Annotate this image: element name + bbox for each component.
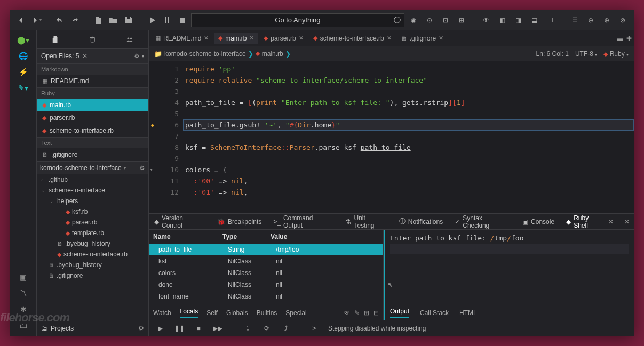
activity-globe-icon[interactable]: 🌐 — [14, 49, 33, 63]
col-name[interactable]: Name — [153, 233, 222, 240]
code-line[interactable]: ksf = SchemeToInterface::Parser.parse_ks… — [183, 142, 634, 153]
bottom-tab[interactable]: ◆Version Control — [153, 212, 206, 231]
code-line[interactable] — [183, 86, 634, 97]
code-line[interactable] — [183, 131, 634, 142]
minimize-button[interactable]: ⊖ — [584, 13, 598, 27]
bottom-tab[interactable]: ⚗Unit Testing — [344, 212, 388, 231]
sidebar-tab-collab-icon[interactable] — [123, 33, 137, 46]
save-button[interactable] — [122, 13, 136, 27]
code-line[interactable]: path_to_file.gsub! '~', "#{Dir.home}" — [183, 119, 634, 131]
bc-lncol[interactable]: Ln: 6 Col: 1 — [536, 50, 569, 58]
edit-icon[interactable]: ✎ — [354, 309, 360, 317]
project-tree-header[interactable]: komodo-scheme-to-interface ▾ ⚙ — [37, 161, 148, 174]
code-line[interactable]: require_relative "scheme-to-interface/sc… — [183, 75, 634, 86]
open-file-item[interactable]: ◆parser.rb — [37, 111, 148, 124]
bc-project[interactable]: komodo-scheme-to-interface — [164, 50, 246, 58]
record-macro-button[interactable]: ◉ — [407, 13, 420, 27]
open-file-item[interactable]: ▦README.md — [37, 75, 148, 87]
debug-fastfwd-icon[interactable]: ▶▶ — [211, 321, 225, 335]
activity-flash-icon[interactable]: ⚡ — [14, 65, 33, 79]
editor-tab[interactable]: 🗎.gitignore✕ — [397, 33, 448, 44]
editor-tab[interactable]: ◆main.rb✕ — [214, 33, 258, 44]
open-folder-button[interactable] — [107, 13, 120, 27]
shell-footer-tab[interactable]: Output — [390, 308, 409, 318]
line-number[interactable]: 6 — [158, 119, 179, 131]
tree-file[interactable]: 🗎.byebug_history — [37, 238, 148, 249]
tree-file[interactable]: ◆scheme-to-interface.rb — [37, 249, 148, 260]
close-icon[interactable]: ✕ — [608, 218, 614, 226]
line-number[interactable]: 10 — [158, 164, 179, 175]
sidebar-tab-files-icon[interactable] — [49, 33, 62, 46]
sidebar-tab-db-icon[interactable] — [85, 33, 99, 46]
bottom-tab[interactable]: >_Command Output — [272, 212, 335, 231]
add-icon[interactable]: ⊞ — [364, 309, 369, 317]
open-file-item[interactable]: ◆main.rb — [37, 99, 148, 111]
line-number[interactable]: 8 — [158, 142, 179, 153]
play-macro-button[interactable]: ⊙ — [423, 13, 436, 27]
debug-stop-icon[interactable]: ■ — [192, 321, 205, 335]
editor-tab[interactable]: ▦README.md✕ — [151, 33, 213, 44]
close-tab-icon[interactable]: ✕ — [204, 35, 209, 42]
debug-pause-icon[interactable]: ❚❚ — [172, 321, 186, 335]
bc-lang[interactable]: ◆ Ruby ▾ — [603, 50, 629, 58]
line-number[interactable]: 5 — [158, 108, 179, 119]
bottom-tab[interactable]: 🐞Breakpoints — [216, 216, 263, 228]
editor-tab[interactable]: ◆scheme-to-interface.rb✕ — [309, 33, 396, 44]
locals-footer-tab[interactable]: Globals — [226, 309, 248, 317]
eye-icon[interactable]: 👁 — [344, 309, 350, 317]
debug-play-icon[interactable]: ▶ — [153, 321, 167, 335]
maximize-button[interactable]: ⊕ — [600, 13, 614, 27]
tree-folder[interactable]: ⌄scheme-to-interface — [37, 185, 148, 196]
macro-options-button[interactable]: ⊡ — [439, 13, 452, 27]
line-number[interactable]: 9 — [158, 153, 179, 164]
bc-file[interactable]: main.rb — [262, 50, 283, 58]
activity-paint-icon[interactable]: ✎▾ — [14, 81, 33, 95]
panel-full-icon[interactable]: ☐ — [543, 13, 557, 27]
close-tab-icon[interactable]: ✕ — [299, 35, 304, 42]
locals-row[interactable]: font_nameNilClassnil — [149, 291, 383, 302]
tree-folder[interactable]: ›.github — [37, 174, 148, 185]
save-macro-button[interactable]: ⊞ — [455, 13, 468, 27]
close-tab-icon[interactable]: ✕ — [439, 35, 443, 42]
activity-graph-icon[interactable]: 〽 — [14, 286, 33, 301]
bottom-tab[interactable]: ⓘNotifications — [398, 215, 444, 228]
code-line[interactable]: path_to_file = [(print "Enter path to ks… — [183, 97, 634, 108]
undo-button[interactable] — [53, 13, 66, 27]
close-tab-icon[interactable]: ✕ — [249, 35, 254, 42]
panel-left-icon[interactable]: ◧ — [495, 13, 509, 27]
panel-right-icon[interactable]: ◨ — [511, 13, 525, 27]
forward-button[interactable]: ▾ — [30, 13, 43, 27]
play-button[interactable] — [145, 13, 158, 27]
gear-icon[interactable]: ⚙ — [134, 52, 140, 60]
locals-row[interactable]: colorsNilClassnil — [149, 267, 383, 279]
bottom-tab[interactable]: ◆Ruby Shell✕ — [565, 212, 615, 231]
code-line[interactable]: require 'pp' — [183, 63, 634, 75]
close-panel-icon[interactable]: ✕ — [624, 218, 630, 226]
locals-footer-tab[interactable]: Locals — [180, 308, 198, 318]
activity-terminal-icon[interactable]: ▣ — [14, 270, 33, 285]
shell-footer-tab[interactable]: HTML — [459, 309, 477, 317]
step-over-icon[interactable]: ⟳ — [260, 321, 274, 335]
line-number[interactable]: 1 — [158, 63, 179, 75]
step-out-icon[interactable]: ⤴ — [279, 321, 293, 335]
back-button[interactable] — [14, 13, 28, 27]
locals-footer-tab[interactable]: Builtins — [257, 309, 277, 317]
editor-tab[interactable]: ◆parser.rb✕ — [259, 33, 307, 44]
toggle-view-icon[interactable]: 👁 — [479, 13, 493, 27]
code-line[interactable] — [183, 108, 634, 119]
line-number[interactable]: 12 — [158, 187, 179, 198]
activity-debug-icon[interactable]: ⬤▾ — [14, 33, 33, 47]
line-number[interactable]: 2 — [158, 75, 179, 86]
tree-file[interactable]: ◆ksf.rb — [37, 206, 148, 217]
locals-footer-tab[interactable]: Self — [206, 309, 218, 317]
bottom-tab[interactable]: ▣Console — [521, 216, 555, 228]
tree-folder[interactable]: ⌄helpers — [37, 196, 148, 206]
remove-icon[interactable]: ⊟ — [373, 309, 379, 317]
tab-overflow-icon[interactable]: ▬ — [617, 35, 623, 42]
tree-file[interactable]: ◆parser.rb — [37, 217, 148, 228]
tree-file[interactable]: 🗎.gitignore — [37, 270, 148, 281]
line-number[interactable]: 4 — [158, 97, 179, 108]
code-line[interactable]: :'00' => nil, — [183, 175, 634, 187]
pause-button[interactable] — [161, 13, 174, 27]
locals-footer-tab[interactable]: Special — [285, 309, 306, 317]
